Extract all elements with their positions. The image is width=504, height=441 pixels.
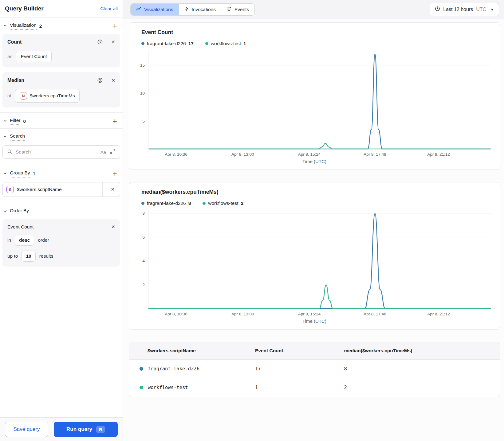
regex-icon[interactable]: * xyxy=(109,149,116,155)
script-name-cell: fragrant-lake-d226 xyxy=(129,359,255,378)
chart-xlabel: Time (UTC) xyxy=(138,159,491,164)
filter-section-title[interactable]: Filter xyxy=(10,118,20,125)
table-row: fragrant-lake-d226178 xyxy=(129,359,500,378)
chevron-down-icon[interactable] xyxy=(3,209,7,214)
tab-visualizations[interactable]: Visualizations xyxy=(131,4,179,15)
in-label: in xyxy=(7,237,11,243)
chevron-down-icon[interactable] xyxy=(3,134,7,140)
tab-label: Events xyxy=(234,7,249,12)
legend-item[interactable]: fragrant-lake-d2268 xyxy=(141,201,191,206)
order-direction-selector[interactable]: desc xyxy=(15,235,34,246)
query-builder-body: Visualization 2 + Count @ ✕ as Event Cou… xyxy=(0,18,123,417)
search-section-title[interactable]: Search xyxy=(10,133,25,141)
run-query-label: Run query xyxy=(66,426,92,432)
query-actions-bar: Save query Run query R xyxy=(0,417,123,441)
tab-events[interactable]: Events xyxy=(221,4,254,15)
legend-dot xyxy=(205,42,208,45)
run-query-button[interactable]: Run query R xyxy=(54,422,118,437)
median-cell: 2 xyxy=(344,378,500,397)
chart-title: median($workers.cpuTimeMs) xyxy=(141,189,491,195)
median-cputime-chart-card: median($workers.cpuTimeMs) fragrant-lake… xyxy=(129,182,500,330)
legend-item[interactable]: workflows-test2 xyxy=(203,201,243,206)
tab-label: Visualizations xyxy=(144,7,173,12)
clock-icon xyxy=(435,6,440,13)
numeric-field-icon: N xyxy=(20,92,27,100)
remove-count-icon[interactable]: ✕ xyxy=(111,39,115,45)
group-by-section-header: Group By 1 + xyxy=(2,165,120,181)
line-chart-icon xyxy=(136,6,141,13)
results-content: Event Count fragrant-lake-d22617workflow… xyxy=(123,19,504,441)
visualization-section-title[interactable]: Visualization xyxy=(10,22,37,30)
table-row: workflows-test12 xyxy=(129,378,500,397)
remove-median-icon[interactable]: ✕ xyxy=(111,78,115,83)
legend-dot xyxy=(141,202,144,205)
add-group-by-button[interactable]: + xyxy=(111,170,118,178)
svg-text:Apr 8, 10:36: Apr 8, 10:36 xyxy=(165,152,187,157)
group-by-item[interactable]: S $workers.scriptName ✕ xyxy=(2,182,120,197)
lightning-icon xyxy=(184,6,189,13)
as-label: as xyxy=(7,54,12,59)
remove-group-by-icon[interactable]: ✕ xyxy=(106,187,120,192)
series-dot xyxy=(140,367,143,371)
table-header: Event Count xyxy=(255,342,344,359)
svg-text:4: 4 xyxy=(142,259,145,263)
table-header: $workers.scriptName xyxy=(129,342,255,359)
chevron-down-icon[interactable] xyxy=(3,23,7,29)
results-label: results xyxy=(39,253,53,259)
svg-text:Apr 8, 17:48: Apr 8, 17:48 xyxy=(364,152,386,157)
result-limit-field[interactable]: 10 xyxy=(22,251,35,262)
chevron-down-icon[interactable] xyxy=(3,119,7,124)
legend-item[interactable]: fragrant-lake-d22617 xyxy=(141,41,194,46)
table-body: fragrant-lake-d226178workflows-test12 xyxy=(129,359,500,397)
median-field-selector[interactable]: N $workers.cpuTimeMs xyxy=(15,89,80,103)
chart-xlabel: Time (UTC) xyxy=(138,318,491,324)
legend-series-total: 17 xyxy=(188,41,194,46)
save-query-button[interactable]: Save query xyxy=(5,422,48,437)
chart-plot: 2468Apr 8, 10:36Apr 8, 13:00Apr 8, 15:24… xyxy=(138,209,491,318)
svg-text:Apr 8, 21:12: Apr 8, 21:12 xyxy=(427,312,450,316)
at-icon[interactable]: @ xyxy=(97,77,103,84)
remove-order-by-icon[interactable]: ✕ xyxy=(111,224,115,230)
tab-invocations[interactable]: Invocations xyxy=(179,4,221,15)
script-name: fragrant-lake-d226 xyxy=(148,366,199,372)
at-icon[interactable]: @ xyxy=(97,39,103,45)
legend-series-name: fragrant-lake-d226 xyxy=(147,201,186,206)
add-visualization-button[interactable]: + xyxy=(111,22,118,30)
add-filter-button[interactable]: + xyxy=(111,117,118,125)
tab-label: Invocations xyxy=(192,7,216,12)
legend-dot xyxy=(203,202,206,205)
svg-text:8: 8 xyxy=(142,211,145,216)
legend-series-total: 8 xyxy=(188,201,191,206)
search-section-header: Search xyxy=(2,129,120,144)
svg-text:Apr 8, 17:48: Apr 8, 17:48 xyxy=(364,312,386,316)
clear-all-button[interactable]: Clear all xyxy=(100,6,118,11)
chart-legend: fragrant-lake-d22617workflows-test1 xyxy=(141,41,491,46)
search-input[interactable]: Search Aa * xyxy=(2,145,120,159)
count-alias-value: Event Count xyxy=(21,54,47,59)
order-by-section-title[interactable]: Order By xyxy=(10,208,29,215)
match-case-icon[interactable]: Aa xyxy=(100,150,106,155)
script-name: workflows-test xyxy=(148,385,188,390)
run-shortcut-badge: R xyxy=(96,426,105,433)
results-topbar: VisualizationsInvocationsEvents Last 12 … xyxy=(123,0,504,19)
legend-series-name: fragrant-lake-d226 xyxy=(147,41,186,46)
caret-down-icon: ▼ xyxy=(490,8,494,11)
event-count-cell: 17 xyxy=(255,359,344,378)
query-builder-panel: Query Builder Clear all Visualization 2 … xyxy=(0,0,123,441)
legend-item[interactable]: workflows-test1 xyxy=(205,41,246,46)
svg-text:6: 6 xyxy=(142,235,145,240)
svg-text:Apr 8, 13:00: Apr 8, 13:00 xyxy=(231,312,254,316)
visualization-count: 2 xyxy=(39,23,42,29)
order-label: order xyxy=(38,237,49,243)
group-by-section-title[interactable]: Group By xyxy=(10,170,30,178)
chevron-down-icon[interactable] xyxy=(3,171,7,177)
results-area: VisualizationsInvocationsEvents Last 12 … xyxy=(123,0,504,441)
svg-text:Apr 8, 15:24: Apr 8, 15:24 xyxy=(298,152,321,157)
filter-count: 0 xyxy=(23,119,26,124)
legend-series-name: workflows-test xyxy=(211,41,241,46)
median-card-title: Median xyxy=(7,78,24,83)
time-range-selector[interactable]: Last 12 hours UTC ▼ xyxy=(430,3,499,16)
search-icon xyxy=(7,149,12,155)
group-by-field: $workers.scriptName xyxy=(17,187,62,192)
count-alias-field[interactable]: Event Count xyxy=(16,51,51,62)
